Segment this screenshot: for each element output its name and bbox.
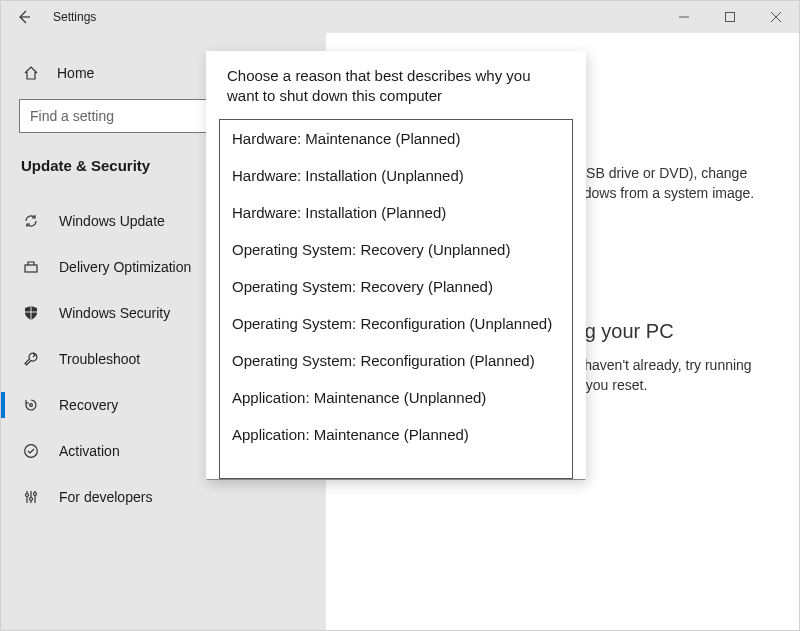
shutdown-reason-option[interactable]: Hardware: Installation (Unplanned) <box>220 157 572 194</box>
sidebar-item-label: Delivery Optimization <box>59 259 191 275</box>
close-icon <box>770 11 782 23</box>
sidebar-item-label: Recovery <box>59 397 118 413</box>
shutdown-reason-listbox[interactable]: Hardware: Maintenance (Planned) Hardware… <box>219 119 573 479</box>
shutdown-reason-option[interactable]: Operating System: Reconfiguration (Plann… <box>220 342 572 379</box>
titlebar: Settings <box>1 1 799 33</box>
shield-icon <box>23 305 45 321</box>
sidebar-item-label: Activation <box>59 443 120 459</box>
minimize-button[interactable] <box>661 1 707 33</box>
sidebar-item-label: Windows Security <box>59 305 170 321</box>
sliders-icon <box>23 489 45 505</box>
svg-rect-2 <box>726 13 735 22</box>
bg-text-fragment: ndows from a system image. <box>576 185 754 201</box>
popup-prompt: Choose a reason that best describes why … <box>207 66 585 119</box>
back-button[interactable] <box>1 1 47 33</box>
svg-rect-7 <box>25 265 37 272</box>
check-circle-icon <box>23 443 45 459</box>
window-controls <box>661 1 799 33</box>
svg-point-15 <box>34 493 37 496</box>
close-button[interactable] <box>753 1 799 33</box>
shutdown-reason-option[interactable]: Operating System: Recovery (Planned) <box>220 268 572 305</box>
sidebar-item-label: Windows Update <box>59 213 165 229</box>
sidebar-home-label: Home <box>57 65 94 81</box>
shutdown-reason-option[interactable]: Application: Maintenance (Unplanned) <box>220 379 572 416</box>
arrow-left-icon <box>16 9 32 25</box>
delivery-icon <box>23 259 45 275</box>
shutdown-reason-option[interactable]: Operating System: Reconfiguration (Unpla… <box>220 305 572 342</box>
svg-point-8 <box>30 404 33 407</box>
window-title: Settings <box>53 10 96 24</box>
shutdown-reason-option[interactable]: Hardware: Installation (Planned) <box>220 194 572 231</box>
wrench-icon <box>23 351 45 367</box>
svg-point-13 <box>26 494 29 497</box>
minimize-icon <box>678 11 690 23</box>
shutdown-reason-option[interactable]: Operating System: Recovery (Unplanned) <box>220 231 572 268</box>
shutdown-reason-popup: Choose a reason that best describes why … <box>206 51 586 480</box>
svg-point-14 <box>30 498 33 501</box>
maximize-icon <box>724 11 736 23</box>
sidebar-item-label: Troubleshoot <box>59 351 140 367</box>
shutdown-reason-option[interactable]: Hardware: Maintenance (Planned) <box>220 120 572 157</box>
svg-point-9 <box>25 445 38 458</box>
settings-window: Settings Home <box>1 1 799 630</box>
sidebar-item-label: For developers <box>59 489 152 505</box>
recovery-icon <box>23 397 45 413</box>
bg-text-fragment: USB drive or DVD), change <box>576 165 747 181</box>
home-icon <box>23 65 45 81</box>
sidebar-item-for-developers[interactable]: For developers <box>1 474 326 520</box>
maximize-button[interactable] <box>707 1 753 33</box>
sync-icon <box>23 213 45 229</box>
shutdown-reason-option[interactable]: Application: Maintenance (Planned) <box>220 416 572 449</box>
